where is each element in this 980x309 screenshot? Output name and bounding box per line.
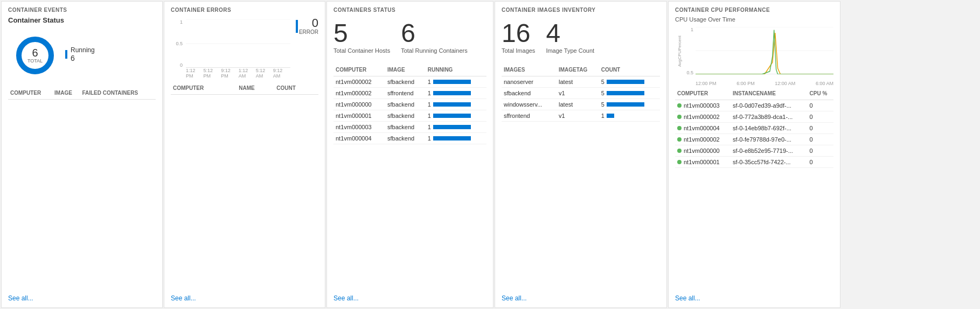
status-see-all[interactable]: See all... bbox=[333, 294, 359, 302]
status-image: sfbackend bbox=[385, 133, 426, 144]
stat-hosts-number: 5 bbox=[333, 20, 390, 46]
status-running: 1 bbox=[426, 99, 486, 110]
errors-col-name: NAME bbox=[237, 83, 274, 95]
table-row: windowsserv... latest 5 bbox=[502, 99, 660, 110]
events-table-section: COMPUTER IMAGE FAILED CONTAINERS bbox=[8, 86, 156, 302]
images-table: IMAGES IMAGETAG COUNT nanoserver latest … bbox=[502, 65, 660, 122]
x-label-2: 9:12 PM bbox=[221, 68, 239, 79]
cpu-instance: sf-0-0d07ed39-a9df-... bbox=[731, 100, 808, 111]
status-computer: nt1vm000002 bbox=[333, 76, 385, 88]
images-panel: CONTAINER IMAGES INVENTORY 16 Total Imag… bbox=[495, 1, 667, 308]
images-col-count: COUNT bbox=[599, 65, 660, 76]
donut-chart: 6 TOTAL bbox=[13, 34, 57, 77]
cpu-computer: nt1vm000000 bbox=[675, 145, 731, 157]
images-tag: v1 bbox=[557, 110, 599, 122]
status-image: sfbackend bbox=[385, 76, 426, 88]
x-label-0: 1:12 PM bbox=[186, 68, 204, 79]
cpu-x-0: 12:00 PM bbox=[696, 81, 717, 86]
cpu-computer: nt1vm000004 bbox=[675, 123, 731, 134]
status-image: sfbackend bbox=[385, 99, 426, 110]
cpu-y-1: 1 bbox=[691, 27, 693, 32]
images-table-section: IMAGES IMAGETAG COUNT nanoserver latest … bbox=[502, 62, 660, 302]
table-row: nt1vm000000 sfbackend 1 bbox=[333, 99, 486, 110]
cpu-col-instance: INSTANCENAME bbox=[731, 88, 808, 100]
table-row: nanoserver latest 5 bbox=[502, 76, 660, 88]
cpu-table: COMPUTER INSTANCENAME CPU % nt1vm000003 … bbox=[675, 88, 833, 168]
container-events-panel: CONTAINER EVENTS Container Status 6 TOTA… bbox=[1, 1, 163, 308]
cpu-y-axis-label: AvgCPUPercent bbox=[677, 36, 682, 67]
cpu-percent: 0 bbox=[808, 157, 833, 168]
legend-running: Running 6 bbox=[65, 46, 95, 62]
status-running: 1 bbox=[426, 110, 486, 122]
table-row: nt1vm000003 sfbackend 1 bbox=[333, 122, 486, 133]
errors-see-all[interactable]: See all... bbox=[171, 294, 196, 302]
errors-col-computer: COMPUTER bbox=[171, 83, 237, 95]
status-image: sfbackend bbox=[385, 110, 426, 122]
stat-running: 6 Total Running Containers bbox=[401, 20, 468, 54]
status-computer: nt1vm000001 bbox=[333, 110, 385, 122]
images-count: 5 bbox=[599, 88, 660, 99]
y-label-05: 0.5 bbox=[176, 41, 183, 46]
stat-image-type-label: Image Type Count bbox=[546, 47, 594, 54]
stat-total-images: 16 Total Images bbox=[502, 20, 535, 54]
status-computer: nt1vm000003 bbox=[333, 122, 385, 133]
cpu-percent: 0 bbox=[808, 123, 833, 134]
status-dot bbox=[677, 149, 682, 153]
status-computer: nt1vm000002 bbox=[333, 88, 385, 99]
table-row: nt1vm000003 sf-0-0d07ed39-a9df-... 0 bbox=[675, 100, 833, 111]
y-label-1: 1 bbox=[180, 19, 183, 25]
cpu-percent: 0 bbox=[808, 100, 833, 111]
status-dot bbox=[677, 160, 682, 164]
status-title: CONTAINERS STATUS bbox=[333, 7, 486, 13]
x-label-5: 9:12 AM bbox=[273, 68, 290, 79]
errors-table: COMPUTER NAME COUNT bbox=[171, 83, 318, 95]
images-col-images: IMAGES bbox=[502, 65, 557, 76]
events-subtitle: Container Status bbox=[8, 16, 156, 24]
status-computer: nt1vm000000 bbox=[333, 99, 385, 110]
status-table-section: COMPUTER IMAGE RUNNING nt1vm000002 sfbac… bbox=[333, 62, 486, 302]
status-col-computer: COMPUTER bbox=[333, 65, 385, 76]
cpu-chart-svg bbox=[696, 27, 833, 74]
events-legend: Running 6 bbox=[65, 46, 95, 65]
status-dot bbox=[677, 137, 682, 142]
status-stats: 5 Total Container Hosts 6 Total Running … bbox=[333, 16, 486, 62]
errors-chart-svg bbox=[186, 19, 290, 68]
status-computer: nt1vm000004 bbox=[333, 133, 385, 144]
cpu-col-computer: COMPUTER bbox=[675, 88, 731, 100]
cpu-instance: sf-0-14eb98b7-692f-... bbox=[731, 123, 808, 134]
errors-title: CONTAINER ERRORS bbox=[171, 7, 318, 13]
stat-total-images-number: 16 bbox=[502, 20, 535, 46]
cpu-percent: 0 bbox=[808, 111, 833, 123]
status-running: 1 bbox=[426, 133, 486, 144]
table-row: sfbackend v1 5 bbox=[502, 88, 660, 99]
table-row: nt1vm000004 sfbackend 1 bbox=[333, 133, 486, 144]
cpu-y-05: 0.5 bbox=[686, 70, 693, 75]
events-table: COMPUTER IMAGE FAILED CONTAINERS bbox=[8, 88, 156, 100]
events-col-failed: FAILED CONTAINERS bbox=[80, 88, 156, 100]
images-image: nanoserver bbox=[502, 76, 557, 88]
status-table: COMPUTER IMAGE RUNNING nt1vm000002 sfbac… bbox=[333, 65, 486, 144]
legend-text-running: Running bbox=[71, 46, 95, 54]
table-row: nt1vm000002 sf-0-fe79788d-97e0-... 0 bbox=[675, 134, 833, 145]
cpu-computer: nt1vm000002 bbox=[675, 111, 731, 123]
cpu-panel: CONTAINER CPU PERFORMANCE CPU Usage Over… bbox=[668, 1, 840, 308]
table-row: nt1vm000002 sfbackend 1 bbox=[333, 76, 486, 88]
cpu-x-2: 12:00 AM bbox=[775, 81, 795, 86]
images-see-all[interactable]: See all... bbox=[502, 294, 527, 302]
images-tag: latest bbox=[557, 99, 599, 110]
status-running: 1 bbox=[426, 122, 486, 133]
images-title: CONTAINER IMAGES INVENTORY bbox=[502, 7, 660, 13]
events-see-all[interactable]: See all... bbox=[8, 294, 33, 302]
cpu-computer: nt1vm000002 bbox=[675, 134, 731, 145]
stat-running-label: Total Running Containers bbox=[401, 47, 468, 54]
events-col-image: IMAGE bbox=[52, 88, 80, 100]
stat-running-number: 6 bbox=[401, 20, 468, 46]
cpu-instance: sf-0-fe79788d-97e0-... bbox=[731, 134, 808, 145]
status-running: 1 bbox=[426, 76, 486, 88]
cpu-instance: sf-0-e8b52e95-7719-... bbox=[731, 145, 808, 157]
status-running: 1 bbox=[426, 88, 486, 99]
table-row: nt1vm000001 sfbackend 1 bbox=[333, 110, 486, 122]
cpu-instance: sf-0-35cc57fd-7422-... bbox=[731, 157, 808, 168]
cpu-see-all[interactable]: See all... bbox=[675, 294, 700, 302]
x-label-3: 1:12 AM bbox=[239, 68, 256, 79]
